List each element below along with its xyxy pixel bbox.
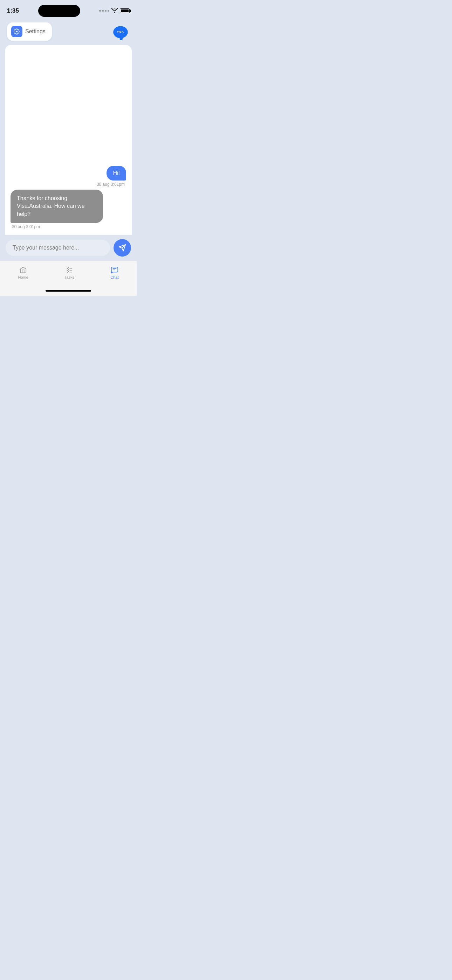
bot-message: Thanks for choosing Visa.Australia. How …	[11, 189, 126, 229]
wifi-icon	[111, 8, 118, 14]
tab-chat[interactable]: Chat	[103, 264, 126, 282]
header: Settings VISA.	[0, 20, 137, 45]
signal-icon	[99, 10, 109, 11]
message-input[interactable]	[6, 240, 110, 256]
chat-messages: Hi! 30 aug 3:01pm Thanks for choosing Vi…	[11, 52, 126, 229]
svg-text:VISA.: VISA.	[117, 30, 124, 33]
tab-tasks-label: Tasks	[64, 275, 74, 279]
settings-button[interactable]: Settings	[7, 22, 52, 41]
dynamic-island	[38, 5, 80, 17]
settings-icon	[11, 26, 22, 37]
tab-home[interactable]: Home	[11, 264, 35, 282]
tasks-icon	[65, 266, 73, 274]
settings-label: Settings	[25, 29, 46, 35]
home-icon	[19, 266, 27, 274]
bot-message-time: 30 aug 3:01pm	[11, 224, 41, 229]
svg-rect-3	[111, 267, 118, 272]
tab-home-label: Home	[18, 275, 29, 279]
visa-logo-svg: VISA.	[111, 22, 130, 41]
tab-tasks[interactable]: Tasks	[57, 264, 81, 282]
status-time: 1:35	[7, 7, 19, 14]
user-bubble: Hi!	[107, 166, 126, 180]
tab-bar: Home Tasks Chat	[0, 261, 137, 287]
svg-point-1	[119, 38, 123, 40]
bot-bubble: Thanks for choosing Visa.Australia. How …	[11, 189, 103, 223]
tab-chat-label: Chat	[110, 275, 118, 279]
home-indicator	[0, 287, 137, 296]
home-bar	[46, 290, 91, 292]
send-button[interactable]	[113, 239, 131, 256]
gear-icon	[14, 29, 20, 35]
chat-spacer	[11, 52, 126, 163]
user-message: Hi! 30 aug 3:01pm	[11, 166, 126, 187]
user-message-time: 30 aug 3:01pm	[95, 182, 126, 187]
input-area	[0, 235, 137, 261]
visa-australia-logo[interactable]: VISA.	[111, 22, 130, 41]
status-icons	[99, 8, 130, 14]
send-icon	[118, 244, 126, 252]
battery-icon	[120, 8, 130, 13]
chat-container: Hi! 30 aug 3:01pm Thanks for choosing Vi…	[5, 45, 132, 235]
chat-icon	[111, 266, 118, 274]
status-bar: 1:35	[0, 0, 137, 20]
